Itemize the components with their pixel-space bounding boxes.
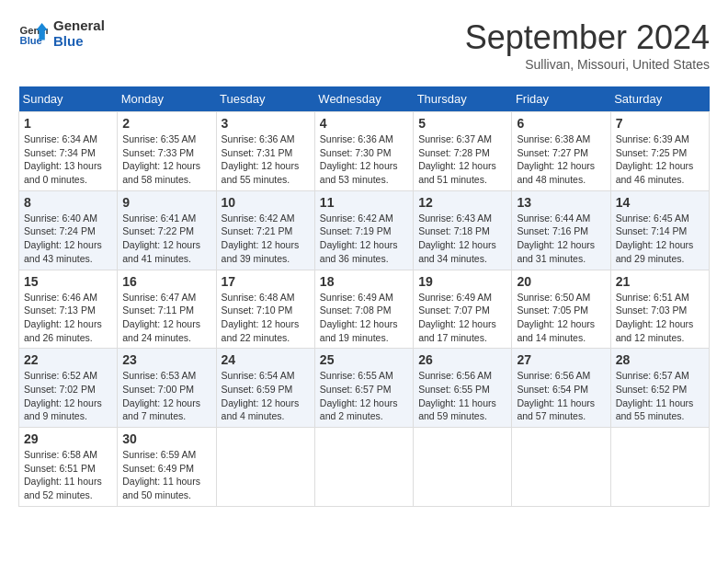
day-info: Sunrise: 6:50 AM Sunset: 7:05 PM Dayligh… [517, 291, 605, 345]
day-info: Sunrise: 6:51 AM Sunset: 7:03 PM Dayligh… [616, 291, 704, 345]
day-number: 14 [616, 195, 704, 210]
calendar-subtitle: Sullivan, Missouri, United States [465, 57, 710, 72]
day-number: 1 [24, 116, 112, 131]
day-number: 11 [320, 195, 408, 210]
header-cell-saturday: Saturday [610, 86, 709, 112]
day-info: Sunrise: 6:44 AM Sunset: 7:16 PM Dayligh… [517, 212, 605, 266]
day-info: Sunrise: 6:41 AM Sunset: 7:22 PM Dayligh… [122, 212, 210, 266]
day-info: Sunrise: 6:54 AM Sunset: 6:59 PM Dayligh… [222, 369, 310, 423]
day-cell: 9 Sunrise: 6:41 AM Sunset: 7:22 PM Dayli… [118, 190, 216, 270]
day-info: Sunrise: 6:36 AM Sunset: 7:30 PM Dayligh… [320, 132, 408, 187]
day-cell: 17 Sunrise: 6:48 AM Sunset: 7:10 PM Dayl… [216, 270, 314, 349]
day-number: 16 [122, 274, 210, 289]
day-cell [610, 428, 709, 507]
header-cell-thursday: Thursday [414, 86, 512, 112]
day-number: 18 [320, 274, 408, 289]
day-cell: 16 Sunrise: 6:47 AM Sunset: 7:11 PM Dayl… [118, 270, 216, 349]
day-cell: 10 Sunrise: 6:42 AM Sunset: 7:21 PM Dayl… [216, 190, 314, 270]
day-info: Sunrise: 6:34 AM Sunset: 7:34 PM Dayligh… [24, 132, 112, 187]
svg-text:Blue: Blue [20, 35, 42, 46]
day-number: 15 [24, 274, 112, 289]
day-cell: 14 Sunrise: 6:45 AM Sunset: 7:14 PM Dayl… [610, 190, 709, 270]
day-info: Sunrise: 6:55 AM Sunset: 6:57 PM Dayligh… [320, 369, 408, 423]
logo-icon: General Blue [18, 19, 48, 49]
day-cell [216, 428, 314, 507]
day-info: Sunrise: 6:57 AM Sunset: 6:52 PM Dayligh… [616, 369, 704, 423]
day-number: 19 [418, 274, 506, 289]
day-cell: 19 Sunrise: 6:49 AM Sunset: 7:07 PM Dayl… [414, 270, 512, 349]
day-cell: 2 Sunrise: 6:35 AM Sunset: 7:33 PM Dayli… [118, 112, 216, 191]
day-number: 22 [24, 352, 112, 367]
day-cell: 7 Sunrise: 6:39 AM Sunset: 7:25 PM Dayli… [610, 112, 709, 191]
day-number: 6 [517, 116, 605, 131]
day-cell: 25 Sunrise: 6:55 AM Sunset: 6:57 PM Dayl… [314, 349, 413, 428]
day-cell: 15 Sunrise: 6:46 AM Sunset: 7:13 PM Dayl… [19, 270, 118, 349]
header-row: SundayMondayTuesdayWednesdayThursdayFrid… [19, 86, 710, 112]
day-info: Sunrise: 6:49 AM Sunset: 7:07 PM Dayligh… [418, 291, 506, 345]
day-number: 21 [616, 274, 704, 289]
day-number: 13 [517, 195, 605, 210]
day-cell [512, 428, 610, 507]
day-info: Sunrise: 6:39 AM Sunset: 7:25 PM Dayligh… [616, 132, 704, 187]
day-info: Sunrise: 6:46 AM Sunset: 7:13 PM Dayligh… [24, 291, 112, 345]
day-info: Sunrise: 6:40 AM Sunset: 7:24 PM Dayligh… [24, 212, 112, 266]
day-info: Sunrise: 6:53 AM Sunset: 7:00 PM Dayligh… [122, 369, 210, 423]
day-info: Sunrise: 6:47 AM Sunset: 7:11 PM Dayligh… [122, 291, 210, 345]
day-info: Sunrise: 6:36 AM Sunset: 7:31 PM Dayligh… [222, 132, 310, 187]
day-number: 30 [122, 431, 210, 446]
day-cell: 20 Sunrise: 6:50 AM Sunset: 7:05 PM Dayl… [512, 270, 610, 349]
day-info: Sunrise: 6:45 AM Sunset: 7:14 PM Dayligh… [616, 212, 704, 266]
day-number: 25 [320, 352, 408, 367]
calendar-title: September 2024 [465, 18, 710, 57]
day-number: 23 [122, 352, 210, 367]
day-number: 20 [517, 274, 605, 289]
header-cell-wednesday: Wednesday [314, 86, 413, 112]
week-row-2: 8 Sunrise: 6:40 AM Sunset: 7:24 PM Dayli… [19, 190, 710, 270]
day-cell: 24 Sunrise: 6:54 AM Sunset: 6:59 PM Dayl… [216, 349, 314, 428]
title-block: September 2024 Sullivan, Missouri, Unite… [465, 18, 710, 72]
day-info: Sunrise: 6:37 AM Sunset: 7:28 PM Dayligh… [418, 132, 506, 187]
day-cell: 6 Sunrise: 6:38 AM Sunset: 7:27 PM Dayli… [512, 112, 610, 191]
day-cell: 13 Sunrise: 6:44 AM Sunset: 7:16 PM Dayl… [512, 190, 610, 270]
day-cell: 18 Sunrise: 6:49 AM Sunset: 7:08 PM Dayl… [314, 270, 413, 349]
day-info: Sunrise: 6:35 AM Sunset: 7:33 PM Dayligh… [122, 132, 210, 187]
day-number: 24 [222, 352, 310, 367]
day-number: 28 [616, 352, 704, 367]
day-info: Sunrise: 6:42 AM Sunset: 7:21 PM Dayligh… [222, 212, 310, 266]
logo-line2: Blue [53, 34, 105, 50]
day-cell: 8 Sunrise: 6:40 AM Sunset: 7:24 PM Dayli… [19, 190, 118, 270]
day-number: 12 [418, 195, 506, 210]
day-info: Sunrise: 6:59 AM Sunset: 6:49 PM Dayligh… [122, 448, 210, 502]
logo-line1: General [53, 18, 105, 34]
day-number: 10 [222, 195, 310, 210]
day-cell: 26 Sunrise: 6:56 AM Sunset: 6:55 PM Dayl… [414, 349, 512, 428]
day-info: Sunrise: 6:43 AM Sunset: 7:18 PM Dayligh… [418, 212, 506, 266]
day-cell [414, 428, 512, 507]
day-number: 3 [222, 116, 310, 131]
day-info: Sunrise: 6:52 AM Sunset: 7:02 PM Dayligh… [24, 369, 112, 423]
day-cell: 12 Sunrise: 6:43 AM Sunset: 7:18 PM Dayl… [414, 190, 512, 270]
calendar-body: 1 Sunrise: 6:34 AM Sunset: 7:34 PM Dayli… [19, 112, 710, 507]
logo: General Blue General Blue [18, 18, 105, 49]
day-info: Sunrise: 6:42 AM Sunset: 7:19 PM Dayligh… [320, 212, 408, 266]
day-info: Sunrise: 6:38 AM Sunset: 7:27 PM Dayligh… [517, 132, 605, 187]
day-cell [314, 428, 413, 507]
day-cell: 22 Sunrise: 6:52 AM Sunset: 7:02 PM Dayl… [19, 349, 118, 428]
day-cell: 4 Sunrise: 6:36 AM Sunset: 7:30 PM Dayli… [314, 112, 413, 191]
day-cell: 5 Sunrise: 6:37 AM Sunset: 7:28 PM Dayli… [414, 112, 512, 191]
day-number: 17 [222, 274, 310, 289]
day-cell: 23 Sunrise: 6:53 AM Sunset: 7:00 PM Dayl… [118, 349, 216, 428]
day-number: 9 [122, 195, 210, 210]
day-cell: 28 Sunrise: 6:57 AM Sunset: 6:52 PM Dayl… [610, 349, 709, 428]
week-row-5: 29 Sunrise: 6:58 AM Sunset: 6:51 PM Dayl… [19, 428, 710, 507]
day-info: Sunrise: 6:58 AM Sunset: 6:51 PM Dayligh… [24, 448, 112, 502]
day-number: 4 [320, 116, 408, 131]
day-number: 7 [616, 116, 704, 131]
day-number: 2 [122, 116, 210, 131]
header-cell-sunday: Sunday [19, 86, 118, 112]
day-number: 27 [517, 352, 605, 367]
day-cell: 1 Sunrise: 6:34 AM Sunset: 7:34 PM Dayli… [19, 112, 118, 191]
week-row-3: 15 Sunrise: 6:46 AM Sunset: 7:13 PM Dayl… [19, 270, 710, 349]
day-number: 29 [24, 431, 112, 446]
day-cell: 29 Sunrise: 6:58 AM Sunset: 6:51 PM Dayl… [19, 428, 118, 507]
